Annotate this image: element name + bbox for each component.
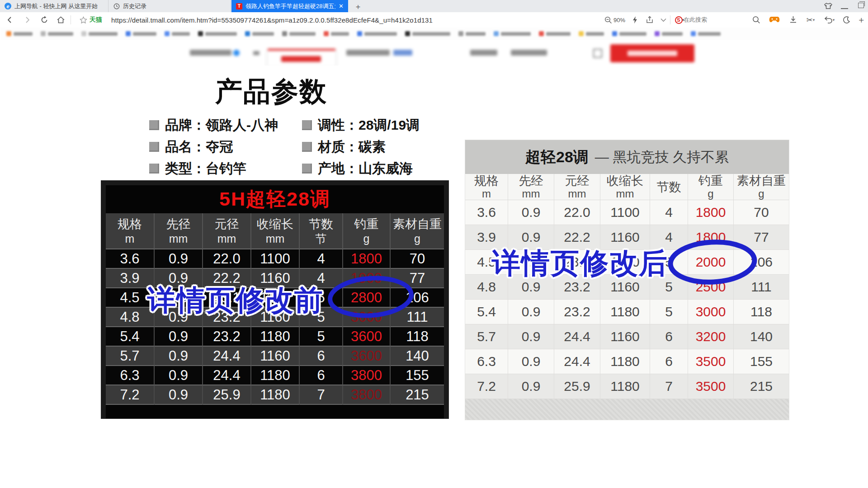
table-cell: 0.9 bbox=[155, 327, 203, 347]
bookmark-item[interactable] bbox=[245, 31, 274, 36]
bookmark-label-placeholder bbox=[133, 32, 156, 36]
shop-name-placeholder[interactable] bbox=[190, 50, 231, 56]
header-text-placeholder bbox=[511, 50, 547, 56]
tab-history[interactable]: 历史记录 bbox=[109, 0, 231, 12]
product-detail-tab[interactable] bbox=[268, 49, 335, 67]
gamepad-icon[interactable] bbox=[768, 12, 781, 28]
bookmark-item[interactable] bbox=[324, 31, 349, 36]
table-cell: 6 bbox=[650, 324, 688, 349]
new-tab-button[interactable]: ＋ bbox=[353, 1, 363, 12]
bookmark-icon bbox=[198, 31, 203, 36]
bookmark-item[interactable] bbox=[81, 31, 118, 36]
skin-shirt-icon[interactable] bbox=[824, 2, 833, 10]
chevron-placeholder[interactable] bbox=[253, 51, 259, 55]
bookmark-label-placeholder bbox=[546, 32, 571, 36]
bookmark-item[interactable] bbox=[198, 31, 237, 36]
bookmark-item[interactable] bbox=[494, 31, 531, 36]
bookmark-item[interactable] bbox=[165, 31, 190, 36]
table-cell: 106 bbox=[391, 288, 444, 308]
site-label[interactable]: 天猫 bbox=[90, 12, 102, 28]
table-cell: 215 bbox=[391, 385, 444, 405]
bookmark-icon bbox=[41, 31, 46, 36]
qr-code-icon[interactable] bbox=[593, 49, 602, 58]
bookmark-item[interactable] bbox=[282, 31, 316, 36]
bookmark-item[interactable] bbox=[655, 31, 683, 36]
bookmark-label-placeholder bbox=[331, 32, 349, 36]
spec-item: 类型：台钓竿 bbox=[149, 158, 278, 179]
column-header: 素材自重g bbox=[734, 174, 789, 200]
bookmark-label-placeholder bbox=[289, 32, 316, 36]
bookmark-item[interactable] bbox=[126, 31, 156, 36]
bookmark-label-placeholder bbox=[172, 32, 190, 36]
restore-button[interactable] bbox=[858, 3, 864, 8]
undo-icon[interactable]: ▾ bbox=[822, 12, 836, 28]
column-header: 先径mm bbox=[155, 213, 203, 249]
url-text[interactable]: https://detail.tmall.com/item.htm?id=553… bbox=[111, 12, 433, 28]
product-image: 产品参数 品牌：领路人-八神品名：夺冠类型：台钓竿 调性：28调/19调材质：碳… bbox=[0, 66, 868, 488]
table-cell: 2500 bbox=[688, 275, 734, 300]
page-title: 产品参数 bbox=[190, 74, 353, 110]
bookmark-icon bbox=[691, 31, 696, 36]
spec-item: 材质：碳素 bbox=[302, 136, 420, 158]
spec-text: 品名：夺冠 bbox=[165, 138, 233, 156]
bookmark-label-placeholder bbox=[466, 32, 486, 36]
bookmark-item[interactable] bbox=[612, 31, 646, 36]
table-cell: 24.4 bbox=[554, 349, 600, 374]
bookmark-item[interactable] bbox=[691, 31, 721, 36]
back-button[interactable] bbox=[4, 12, 16, 28]
zoom-out-icon[interactable] bbox=[603, 12, 613, 28]
table-cell: 24.4 bbox=[203, 347, 251, 366]
bookmark-icon bbox=[165, 31, 170, 36]
history-clock-icon bbox=[113, 3, 120, 9]
table-cell: 5.7 bbox=[106, 347, 155, 366]
bookmark-item[interactable] bbox=[41, 31, 73, 36]
table-cell: 1180 bbox=[600, 300, 650, 324]
add-toolbar-icon[interactable]: ＋ bbox=[855, 12, 867, 28]
home-button[interactable] bbox=[54, 12, 67, 28]
reviews-placeholder[interactable] bbox=[346, 50, 390, 56]
tab-close-icon[interactable]: ✕ bbox=[339, 3, 344, 9]
zoom-level[interactable]: 90% bbox=[613, 12, 625, 28]
divider bbox=[71, 15, 71, 24]
night-mode-icon[interactable] bbox=[840, 12, 853, 28]
lightning-icon[interactable] bbox=[629, 12, 640, 28]
favorite-star-icon[interactable] bbox=[78, 12, 89, 28]
table-cell: 0.9 bbox=[155, 366, 203, 385]
bookmark-icon bbox=[655, 31, 660, 36]
table-cell: 6.3 bbox=[106, 366, 155, 385]
tab-nav-home[interactable]: e 上网导航 - 轻快上网 从这里开始 bbox=[0, 0, 108, 12]
table-before-title: 5H超轻28调 bbox=[106, 185, 444, 213]
table-cell: 5 bbox=[300, 327, 343, 347]
search-hint[interactable]: 在此搜索 bbox=[684, 12, 707, 28]
browser-logo-icon: e bbox=[5, 3, 11, 9]
table-cell: 1180 bbox=[600, 374, 650, 399]
bookmark-item[interactable] bbox=[458, 31, 486, 36]
bookmark-item[interactable] bbox=[539, 31, 571, 36]
tab-tmall-product[interactable]: T 领路人钓鱼竿手竿超轻超硬28调五大 ✕ bbox=[231, 0, 348, 12]
table-cell: 118 bbox=[391, 327, 444, 347]
spec-text: 材质：碳素 bbox=[318, 138, 386, 156]
share-icon[interactable] bbox=[644, 12, 656, 28]
chevron-down-icon[interactable] bbox=[657, 12, 669, 28]
forward-button[interactable] bbox=[21, 12, 33, 28]
table-cell: 1100 bbox=[251, 249, 300, 269]
bookmark-item[interactable] bbox=[405, 31, 450, 36]
bookmark-label-placeholder bbox=[586, 32, 604, 36]
column-header: 节数节 bbox=[300, 213, 343, 249]
bookmark-label-placeholder bbox=[48, 32, 73, 36]
scissors-icon[interactable]: ✂▾ bbox=[804, 12, 817, 28]
review-count-placeholder bbox=[393, 50, 412, 56]
spec-text: 调性：28调/19调 bbox=[318, 116, 420, 135]
coupon-button[interactable] bbox=[610, 44, 694, 62]
bookmark-item[interactable] bbox=[6, 31, 33, 36]
search-icon[interactable] bbox=[750, 12, 762, 28]
table-cell: 6 bbox=[300, 347, 343, 366]
minimize-button[interactable] bbox=[841, 2, 848, 9]
bookmark-item[interactable] bbox=[579, 31, 604, 36]
download-icon[interactable] bbox=[787, 12, 799, 28]
refresh-button[interactable] bbox=[38, 12, 51, 28]
bookmark-item[interactable] bbox=[357, 31, 397, 36]
square-bullet-icon bbox=[302, 164, 312, 174]
address-bar: 天猫 https://detail.tmall.com/item.htm?id=… bbox=[0, 12, 868, 28]
column-header: 规格m bbox=[465, 174, 508, 200]
